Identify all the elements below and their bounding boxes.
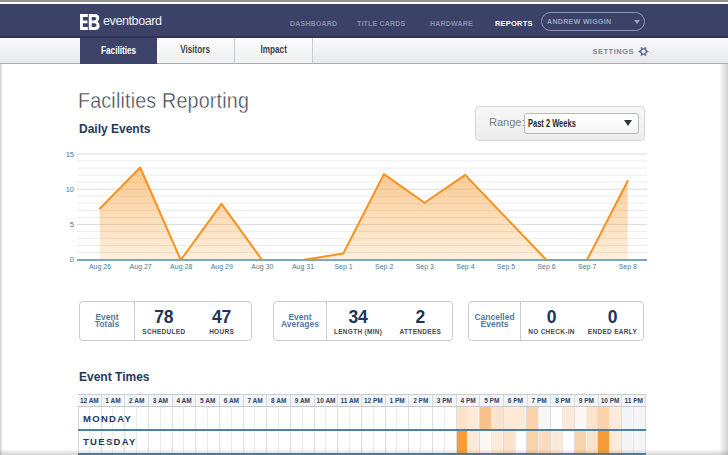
svg-text:Sep 7: Sep 7 bbox=[578, 263, 596, 271]
svg-text:Aug 31: Aug 31 bbox=[292, 263, 314, 271]
svg-text:Aug 29: Aug 29 bbox=[211, 263, 233, 271]
svg-text:Aug 30: Aug 30 bbox=[251, 263, 273, 271]
svg-text:Sep 5: Sep 5 bbox=[497, 263, 515, 271]
svg-text:Aug 26: Aug 26 bbox=[89, 263, 111, 271]
svg-text:5: 5 bbox=[70, 220, 74, 229]
svg-text:Aug 28: Aug 28 bbox=[170, 263, 192, 271]
svg-text:Sep 3: Sep 3 bbox=[416, 263, 434, 271]
svg-text:15: 15 bbox=[66, 150, 74, 159]
svg-text:0: 0 bbox=[70, 255, 74, 264]
svg-text:Sep 2: Sep 2 bbox=[375, 263, 393, 271]
svg-text:Sep 1: Sep 1 bbox=[334, 263, 352, 271]
svg-text:Sep 6: Sep 6 bbox=[537, 263, 555, 271]
svg-text:Sep 8: Sep 8 bbox=[619, 263, 637, 271]
svg-text:Aug 27: Aug 27 bbox=[130, 263, 152, 271]
svg-text:Sep 4: Sep 4 bbox=[456, 263, 474, 271]
svg-text:10: 10 bbox=[66, 185, 74, 194]
